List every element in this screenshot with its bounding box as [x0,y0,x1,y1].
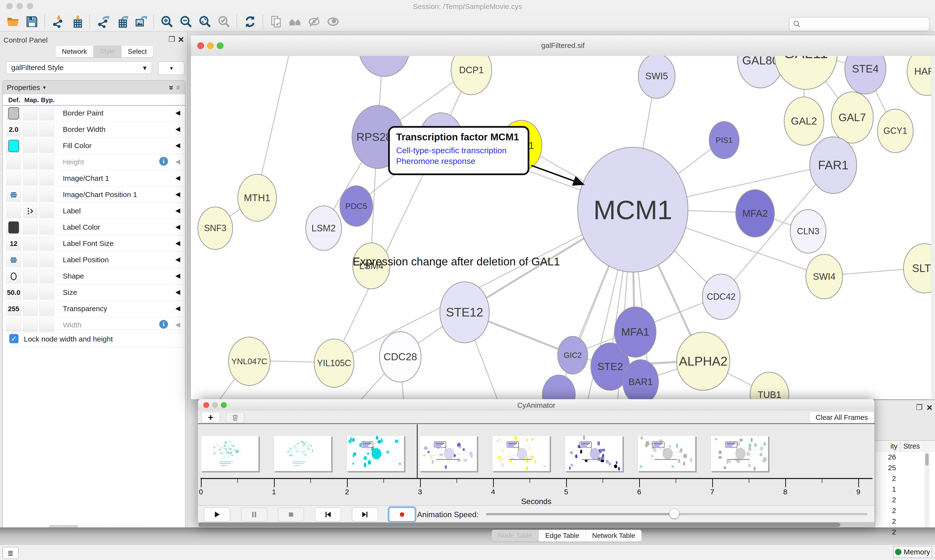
timeline[interactable]: 0123456789 Seconds [198,424,875,505]
default-value-cell[interactable]: 255 [6,302,21,316]
import-table-icon[interactable] [68,14,86,29]
memory-button[interactable]: Memory [893,546,932,558]
property-row-label-position[interactable]: Label Position◀ [3,252,185,268]
style-options-button[interactable]: ▾ [158,61,185,75]
bypass-value-cell[interactable] [39,221,54,234]
table-cell-value[interactable]: 2 [875,496,896,506]
property-row-label-color[interactable]: Label Color◀ [3,219,185,235]
copy-network-icon[interactable] [267,14,285,29]
network-node-yil105c[interactable]: YIL105C [314,338,354,388]
table-cell-value[interactable]: 2 [875,474,896,485]
record-button[interactable] [389,508,415,522]
delete-frame-button[interactable] [226,412,244,423]
animation-speed-slider-handle[interactable] [669,508,679,518]
property-row-label-font-size[interactable]: 12Label Font Size◀ [3,235,185,252]
network-node-ste12[interactable]: STE12 [440,282,490,343]
network-node-far1[interactable]: FAR1 [809,137,857,194]
float-panel-icon[interactable]: ❐ [168,35,175,43]
timeline-playhead[interactable] [417,425,418,478]
frame-thumbnail-4s[interactable] [492,435,550,471]
previous-frame-button[interactable] [315,508,341,522]
zoom-in-icon[interactable] [157,14,176,29]
lock-size-checkbox[interactable]: ✓ [9,334,19,343]
expand-row-icon[interactable]: ◀ [175,109,180,117]
mapping-value-cell[interactable] [23,106,37,120]
mapping-value-cell[interactable] [23,221,37,234]
mapping-value-cell[interactable] [23,123,37,137]
search-box[interactable] [789,17,930,31]
tab-network[interactable]: Network [56,46,94,57]
default-value-cell[interactable] [6,106,21,120]
close-panel-icon[interactable]: ✕ [178,35,184,44]
search-input[interactable] [803,20,929,28]
network-node-gal7[interactable]: GAL7 [831,91,874,143]
collapse-all-icon[interactable]: « [174,85,184,90]
default-value-cell[interactable] [6,139,21,153]
property-row-image-chart-position-1[interactable]: Image/Chart Position 1◀ [3,186,185,203]
mcm1-annotation[interactable]: Transcription factor MCM1 Cell-type-spec… [388,126,529,175]
play-button[interactable] [204,508,230,522]
table-cell-value[interactable]: 2 [875,528,896,538]
cyanimator-titlebar[interactable]: CyAnimator [198,399,875,411]
property-row-fill-color[interactable]: Fill Color◀ [3,138,185,154]
mapping-value-cell[interactable] [23,172,37,185]
bypass-value-cell[interactable] [39,155,54,169]
expand-row-icon[interactable]: ◀ [175,223,180,231]
add-frame-button[interactable]: + [201,412,220,423]
expand-row-icon[interactable]: ◀ [175,305,180,312]
expand-row-icon[interactable]: ◀ [175,158,180,165]
pause-button[interactable] [241,508,267,522]
network-node-mfa2[interactable]: MFA2 [735,189,775,237]
zoom-out-icon[interactable] [176,14,196,29]
annotation-link[interactable]: Pheromone response [396,156,521,166]
float-panel-icon[interactable]: ❐ [916,403,923,412]
network-vertical-scrollbar[interactable] [931,56,935,399]
default-value-cell[interactable] [6,188,21,202]
zoom-fit-icon[interactable] [196,14,214,29]
bypass-value-cell[interactable] [39,188,54,202]
default-value-cell[interactable] [6,253,21,267]
expand-row-icon[interactable]: ◀ [175,321,180,328]
mapping-value-cell[interactable] [23,253,37,267]
bypass-value-cell[interactable] [39,139,54,153]
network-node-ynl047c[interactable]: YNL047C [228,337,270,386]
property-row-border-paint[interactable]: Border Paint◀ [3,105,185,122]
default-value-cell[interactable] [6,172,21,185]
mapping-value-cell[interactable] [23,237,37,251]
network-window-titlebar[interactable]: galFiltered.sif [191,35,935,57]
frame-thumbnail-5s[interactable] [565,435,623,471]
frame-thumbnail-0s[interactable] [201,435,259,471]
expand-row-icon[interactable]: ◀ [175,239,180,247]
clear-all-frames-button[interactable]: Clear All Frames [809,411,874,423]
table-cell-value[interactable]: 26 [875,453,896,464]
expand-row-icon[interactable]: ◀ [175,174,180,182]
network-node-cdc28[interactable]: CDC28 [379,331,421,382]
info-icon[interactable]: i [159,320,168,329]
expand-row-icon[interactable]: ◀ [175,288,180,296]
hide-selected-icon[interactable] [305,14,324,29]
network-node-pis1[interactable]: PIS1 [709,121,739,159]
property-row-image-chart-1[interactable]: Image/Chart 1◀ [3,170,185,186]
table-scrollbar-thumb[interactable] [925,454,929,466]
property-row-size[interactable]: 50.0Size◀ [3,285,185,301]
table-cell-value[interactable]: 1 [875,485,896,496]
properties-header[interactable]: Properties ▾ » « [3,81,185,94]
default-value-cell[interactable]: 12 [6,237,21,251]
mapping-value-cell[interactable] [23,205,37,218]
network-node-gcy1[interactable]: GCY1 [877,109,913,153]
default-value-cell[interactable] [6,269,21,283]
expand-row-icon[interactable]: ◀ [175,142,180,149]
default-value-cell[interactable]: 2.0 [6,123,21,137]
expand-row-icon[interactable]: ◀ [175,125,180,133]
frame-thumbnail-6s[interactable] [638,435,696,471]
network-node-lsm2[interactable]: LSM2 [305,206,342,251]
network-node-cln3[interactable]: CLN3 [790,209,826,254]
info-icon[interactable]: i [159,157,168,166]
mapping-value-cell[interactable] [23,302,37,316]
bypass-value-cell[interactable] [39,106,54,120]
network-node-mfa1[interactable]: MFA1 [614,306,656,358]
frame-thumbnail-3s[interactable] [419,435,477,471]
bypass-value-cell[interactable] [39,237,54,251]
next-frame-button[interactable] [352,508,378,522]
mapping-value-cell[interactable] [23,155,37,169]
